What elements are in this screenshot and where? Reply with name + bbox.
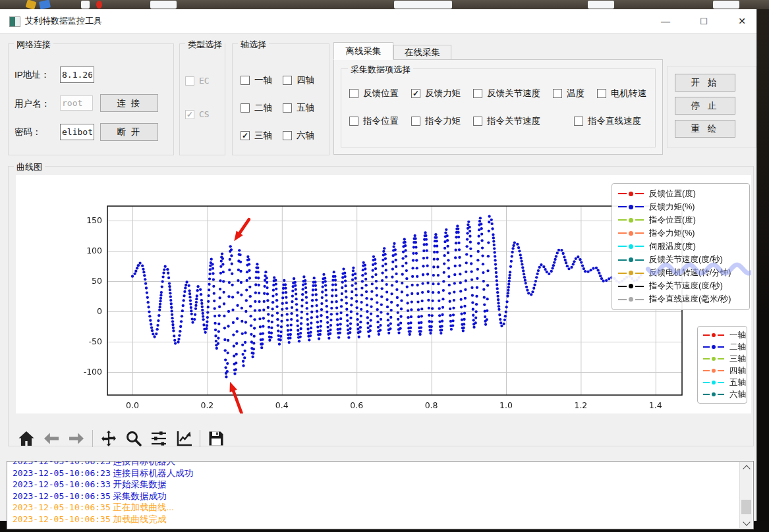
checkbox-box[interactable] bbox=[411, 117, 420, 126]
checkbox-四轴[interactable]: 四轴 bbox=[283, 74, 325, 86]
y-tick-label: -100 bbox=[84, 367, 102, 377]
maximize-button[interactable]: □ bbox=[693, 11, 715, 31]
checkbox-box[interactable] bbox=[597, 89, 606, 98]
password-label: 密码： bbox=[14, 126, 42, 138]
checkbox-box[interactable] bbox=[349, 89, 358, 98]
legend-entry: 指令关节速度(度/秒) bbox=[618, 280, 743, 292]
desktop-icon-fragment bbox=[25, 0, 36, 10]
stop-button[interactable]: 停 止 bbox=[675, 97, 735, 115]
legend-marker bbox=[703, 369, 724, 373]
collect-tab-panel: 采集数据项选择 反馈位置✓反馈力矩反馈关节速度温度电机转速 指令位置指令力矩指令… bbox=[333, 59, 663, 155]
legend-marker bbox=[618, 271, 644, 275]
minimize-button[interactable]: — bbox=[654, 11, 677, 31]
legend-entry: 三轴 bbox=[703, 354, 741, 365]
log-scrollbar[interactable] bbox=[739, 462, 753, 528]
scrollbar-thumb[interactable] bbox=[741, 500, 751, 514]
checkbox-指令力矩[interactable]: 指令力矩 bbox=[411, 115, 461, 127]
scroll-up-icon[interactable] bbox=[740, 462, 753, 472]
password-input[interactable] bbox=[60, 124, 94, 140]
checkbox-指令位置[interactable]: 指令位置 bbox=[349, 115, 399, 127]
save-icon[interactable] bbox=[207, 429, 225, 448]
legend-label: 六轴 bbox=[729, 389, 746, 400]
username-label: 用户名： bbox=[14, 98, 50, 110]
checkbox-box[interactable] bbox=[283, 131, 292, 140]
log-box: 2023-12-05-10:06:23 连接目标机器人2023-12-05-10… bbox=[7, 461, 754, 529]
collect-row-2: 指令位置指令力矩指令关节速度指令直线速度 bbox=[349, 115, 641, 127]
legend-marker bbox=[618, 231, 644, 236]
y-tick-label: 100 bbox=[86, 246, 102, 255]
log-message: 正在加载曲线... bbox=[111, 502, 174, 512]
log-message: 开始采集数据 bbox=[111, 479, 167, 489]
checkbox-二轴[interactable]: 二轴 bbox=[241, 102, 283, 114]
ip-input[interactable] bbox=[60, 66, 94, 83]
scroll-down-icon[interactable] bbox=[740, 518, 753, 528]
checkbox-box[interactable]: ✓ bbox=[185, 110, 194, 119]
legend-entry: 一轴 bbox=[703, 330, 741, 341]
legend-entry: 反馈电机转速(转/分钟) bbox=[618, 267, 743, 279]
window-title: 艾利特数据监控工具 bbox=[25, 15, 102, 27]
tab-online-collect[interactable]: 在线采集 bbox=[393, 45, 451, 60]
ip-label: IP地址： bbox=[14, 69, 49, 81]
checkbox-五轴[interactable]: 五轴 bbox=[283, 102, 325, 114]
legend-label: 指令关节速度(度/秒) bbox=[649, 280, 723, 292]
figure-toolbar bbox=[17, 427, 225, 450]
checkbox-CS[interactable]: ✓CS bbox=[185, 109, 210, 119]
checkbox-反馈力矩[interactable]: ✓反馈力矩 bbox=[411, 88, 461, 99]
collect-items-label: 采集数据项选择 bbox=[348, 64, 413, 76]
legend-marker bbox=[618, 257, 644, 262]
checkbox-box[interactable] bbox=[473, 117, 482, 126]
pan-icon[interactable] bbox=[100, 429, 118, 448]
checkbox-EC[interactable]: EC bbox=[185, 76, 210, 86]
checkbox-box[interactable] bbox=[553, 89, 562, 98]
legend-label: 二轴 bbox=[729, 342, 746, 353]
checkbox-温度[interactable]: 温度 bbox=[553, 88, 584, 99]
log-timestamp: 2023-12-05-10:06:35 bbox=[13, 514, 111, 524]
legend-label: 反馈电机转速(转/分钟) bbox=[649, 267, 731, 279]
checkbox-六轴[interactable]: 六轴 bbox=[283, 130, 325, 142]
back-icon[interactable] bbox=[42, 429, 61, 448]
legend-entry: 反馈力矩(%) bbox=[618, 201, 743, 213]
type-select-options: EC✓CS bbox=[185, 76, 210, 119]
axis-select-label: 轴选择 bbox=[238, 39, 269, 51]
checkbox-box[interactable] bbox=[349, 117, 358, 126]
home-icon[interactable] bbox=[17, 429, 36, 448]
redraw-button[interactable]: 重 绘 bbox=[675, 120, 735, 138]
zoom-icon[interactable] bbox=[125, 429, 143, 448]
checkbox-一轴[interactable]: 一轴 bbox=[241, 74, 283, 86]
forward-icon[interactable] bbox=[67, 429, 86, 448]
app-icon bbox=[9, 16, 20, 27]
customize-icon[interactable] bbox=[175, 429, 193, 448]
close-button[interactable]: ✕ bbox=[731, 11, 753, 31]
axis-select-group: 轴选择 一轴四轴二轴五轴✓三轴六轴 bbox=[232, 43, 329, 155]
chart-figure: 0.00.20.40.60.81.01.21.4 150100500-50-10… bbox=[16, 175, 751, 413]
checkbox-box[interactable] bbox=[283, 103, 292, 113]
checkbox-反馈关节速度[interactable]: 反馈关节速度 bbox=[473, 88, 540, 99]
checkbox-box[interactable] bbox=[241, 76, 250, 85]
legend-marker bbox=[703, 357, 724, 361]
checkbox-box[interactable] bbox=[241, 103, 250, 113]
start-button[interactable]: 开 始 bbox=[675, 74, 735, 92]
x-tick-label: 0.8 bbox=[425, 400, 438, 410]
tab-offline-collect[interactable]: 离线采集 bbox=[333, 42, 393, 60]
checkbox-指令关节速度[interactable]: 指令关节速度 bbox=[473, 115, 540, 127]
checkbox-反馈位置[interactable]: 反馈位置 bbox=[349, 88, 399, 99]
disconnect-button[interactable]: 断 开 bbox=[100, 123, 158, 141]
checkbox-box[interactable]: ✓ bbox=[411, 89, 420, 98]
checkbox-box[interactable] bbox=[185, 76, 194, 86]
log-timestamp: 2023-12-05-10:06:35 bbox=[13, 491, 111, 501]
legend-marker bbox=[618, 297, 644, 302]
checkbox-电机转速[interactable]: 电机转速 bbox=[597, 88, 646, 99]
checkbox-box[interactable] bbox=[473, 89, 482, 98]
legend-marker bbox=[618, 218, 644, 223]
checkbox-指令直线速度[interactable]: 指令直线速度 bbox=[574, 115, 641, 127]
username-input[interactable] bbox=[60, 95, 93, 111]
checkbox-三轴[interactable]: ✓三轴 bbox=[241, 130, 283, 142]
checkbox-box[interactable]: ✓ bbox=[241, 131, 250, 140]
checkbox-label: 四轴 bbox=[297, 74, 314, 86]
connect-button[interactable]: 连 接 bbox=[100, 94, 158, 112]
checkbox-label: 温度 bbox=[567, 88, 584, 99]
log-message: 连接目标机器人 bbox=[111, 461, 175, 466]
checkbox-box[interactable] bbox=[283, 76, 292, 85]
subplots-icon[interactable] bbox=[150, 429, 168, 448]
checkbox-box[interactable] bbox=[574, 117, 583, 126]
